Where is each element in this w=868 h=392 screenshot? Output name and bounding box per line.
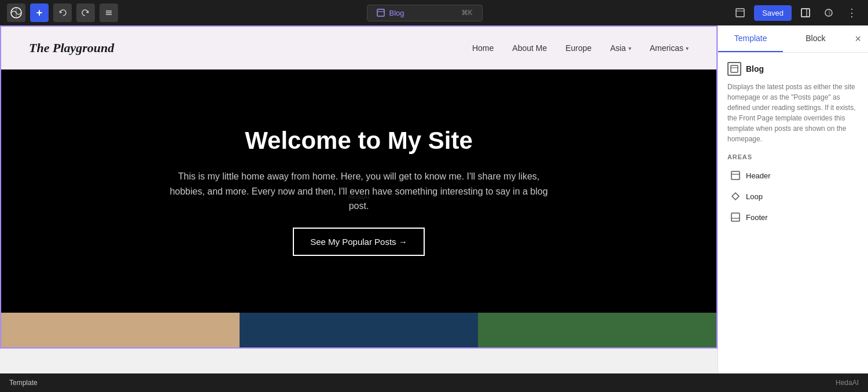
asia-dropdown-arrow: ▾: [628, 45, 631, 52]
areas-label: AREAS: [727, 153, 859, 160]
wp-logo[interactable]: [7, 3, 25, 22]
bottom-right-label: HedaAI: [836, 379, 859, 387]
hero-cta-button[interactable]: See My Popular Posts →: [293, 228, 425, 256]
area-loop[interactable]: Loop: [727, 186, 859, 207]
add-block-button[interactable]: +: [30, 3, 49, 22]
svg-marker-15: [732, 193, 739, 200]
toolbar-right: Saved ⋮: [731, 3, 861, 22]
svg-rect-4: [377, 9, 384, 16]
svg-rect-11: [731, 65, 738, 72]
site-nav: Home About Me Europe Asia ▾ Americas ▾: [472, 43, 689, 53]
area-footer[interactable]: Footer: [727, 207, 859, 228]
blog-tab[interactable]: Blog ⌘K: [367, 5, 483, 21]
americas-dropdown-arrow: ▾: [686, 45, 689, 52]
main-layout: The Playground Home About Me Europe Asia…: [0, 25, 868, 373]
toolbar-center: Blog ⌘K: [123, 5, 726, 21]
blog-shortcut: ⌘K: [461, 9, 473, 17]
appearance-button[interactable]: [819, 3, 838, 22]
site-preview: The Playground Home About Me Europe Asia…: [0, 25, 718, 349]
more-options-button[interactable]: ⋮: [843, 3, 861, 22]
canvas-area: The Playground Home About Me Europe Asia…: [0, 25, 718, 373]
nav-home[interactable]: Home: [472, 43, 494, 53]
site-title: The Playground: [29, 41, 114, 56]
undo-button[interactable]: [53, 3, 72, 22]
panel-tabs: Template Block ×: [718, 25, 868, 53]
post-thumb-3: [478, 313, 716, 347]
svg-rect-13: [731, 171, 740, 179]
svg-rect-16: [731, 213, 740, 221]
saved-button[interactable]: Saved: [754, 5, 792, 21]
blog-block-description: Displays the latest posts as either the …: [727, 82, 859, 144]
header-area-icon: [730, 170, 741, 181]
post-thumb-1: [1, 313, 240, 347]
header-area-label: Header: [746, 171, 771, 180]
nav-asia[interactable]: Asia ▾: [610, 43, 631, 53]
top-toolbar: + Blog ⌘K: [0, 0, 868, 25]
view-button[interactable]: [731, 3, 749, 22]
post-thumb-2: [240, 313, 478, 347]
svg-rect-6: [736, 9, 744, 17]
nav-about[interactable]: About Me: [512, 43, 547, 53]
list-view-button[interactable]: [100, 3, 118, 22]
right-panel: Template Block × Blog Displays the lates…: [718, 25, 868, 373]
bottom-bar: Template HedaAI: [0, 373, 868, 392]
site-header: The Playground Home About Me Europe Asia…: [1, 27, 716, 69]
footer-area-label: Footer: [746, 213, 768, 222]
tab-block[interactable]: Block: [783, 25, 848, 52]
blog-block-title: Blog: [746, 64, 764, 74]
loop-area-label: Loop: [746, 192, 763, 201]
blog-block-icon: [727, 62, 741, 76]
footer-area-icon: [730, 211, 741, 223]
loop-area-icon: [730, 190, 741, 202]
hero-title: Welcome to My Site: [245, 126, 473, 155]
hero-subtitle: This is my little home away from home. H…: [162, 169, 556, 214]
tab-template[interactable]: Template: [718, 25, 783, 52]
redo-button[interactable]: [76, 3, 95, 22]
sidebar-toggle-button[interactable]: [796, 3, 815, 22]
nav-europe[interactable]: Europe: [565, 43, 591, 53]
svg-rect-8: [801, 9, 810, 17]
nav-americas[interactable]: Americas ▾: [650, 43, 689, 53]
area-header[interactable]: Header: [727, 165, 859, 186]
hero-section: HedaAI Welcome to My Site This is my lit…: [1, 69, 716, 313]
posts-strip: [1, 313, 716, 347]
panel-close-button[interactable]: ×: [848, 29, 869, 49]
blog-block-header: Blog: [727, 62, 859, 76]
blog-tab-label: Blog: [389, 9, 404, 17]
bottom-template-label: Template: [9, 379, 38, 387]
panel-content: Blog Displays the latest posts as either…: [718, 53, 868, 237]
